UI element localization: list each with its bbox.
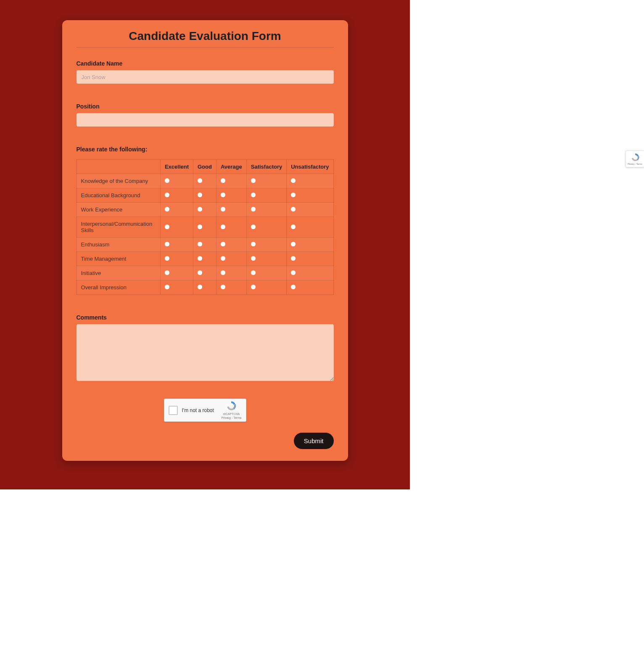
rating-table: Excellent Good Average Satisfactory Unsa… (77, 159, 334, 295)
recaptcha-brand: reCAPTCHA Privacy - Terms (221, 400, 241, 420)
rating-cell (287, 174, 333, 188)
rating-radio[interactable] (198, 256, 202, 261)
rating-col-blank (77, 160, 160, 174)
rating-radio[interactable] (251, 242, 256, 246)
rating-radio[interactable] (291, 256, 296, 261)
rating-radio[interactable] (251, 193, 256, 197)
candidate-name-label: Candidate Name (77, 60, 334, 67)
rating-row: Educational Background (77, 188, 333, 203)
rating-row-label: Initiative (77, 266, 160, 280)
recaptcha-label: I'm not a robot (182, 407, 217, 413)
rating-radio[interactable] (198, 225, 202, 229)
rating-cell (216, 188, 246, 203)
rating-radio[interactable] (198, 178, 202, 183)
rating-radio[interactable] (221, 256, 225, 261)
rating-cell (246, 174, 286, 188)
rating-radio[interactable] (291, 270, 296, 275)
rating-radio[interactable] (221, 178, 225, 183)
rating-radio[interactable] (291, 207, 296, 211)
rating-cell (193, 238, 216, 252)
rating-radio[interactable] (198, 285, 202, 289)
rating-radio[interactable] (221, 285, 225, 289)
rating-cell (216, 252, 246, 266)
rating-cell (216, 203, 246, 217)
rating-row: Interpersonal/Communication Skills (77, 217, 333, 238)
rating-cell (287, 252, 333, 266)
rating-radio[interactable] (251, 207, 256, 211)
rating-row: Work Experience (77, 203, 333, 217)
recaptcha-icon (631, 153, 640, 162)
rating-radio[interactable] (165, 178, 169, 183)
rating-radio[interactable] (251, 256, 256, 261)
rating-cell (160, 252, 193, 266)
comments-label: Comments (77, 314, 334, 321)
rating-cell (246, 252, 286, 266)
recaptcha-badge-links: Privacy - Terms (628, 163, 642, 165)
rating-cell (287, 280, 333, 295)
position-input[interactable] (77, 113, 334, 127)
rating-radio[interactable] (291, 178, 296, 183)
rating-cell (216, 217, 246, 238)
rating-radio[interactable] (165, 270, 169, 275)
rating-radio[interactable] (221, 225, 225, 229)
rating-col-unsatisfactory: Unsatisfactory (287, 160, 333, 174)
rating-row: Overall Impression (77, 280, 333, 295)
rating-radio[interactable] (198, 270, 202, 275)
candidate-name-input[interactable] (77, 70, 334, 84)
rating-radio[interactable] (221, 242, 225, 246)
rating-cell (193, 280, 216, 295)
rating-row: Time Management (77, 252, 333, 266)
rating-cell (246, 266, 286, 280)
rating-cell (193, 252, 216, 266)
rating-row-label: Enthusiasm (77, 238, 160, 252)
rating-radio[interactable] (251, 285, 256, 289)
comments-textarea[interactable] (77, 324, 334, 381)
rating-radio[interactable] (221, 193, 225, 197)
position-label: Position (77, 103, 334, 110)
rating-cell (193, 217, 216, 238)
rating-radio[interactable] (165, 207, 169, 211)
rating-radio[interactable] (221, 270, 225, 275)
rating-radio[interactable] (251, 178, 256, 183)
rating-radio[interactable] (291, 193, 296, 197)
submit-button[interactable]: Submit (294, 433, 334, 449)
rating-cell (160, 203, 193, 217)
rating-cell (246, 217, 286, 238)
rating-cell (216, 280, 246, 295)
rating-radio[interactable] (198, 207, 202, 211)
rating-radio[interactable] (165, 285, 169, 289)
rating-col-excellent: Excellent (160, 160, 193, 174)
rating-section-label: Please rate the following: (77, 146, 334, 153)
recaptcha-links: Privacy - Terms (221, 416, 241, 420)
rating-row-label: Interpersonal/Communication Skills (77, 217, 160, 238)
rating-radio[interactable] (251, 270, 256, 275)
rating-radio[interactable] (165, 193, 169, 197)
recaptcha-brand-name: reCAPTCHA (223, 412, 240, 416)
position-field-block: Position (77, 103, 334, 127)
rating-radio[interactable] (291, 285, 296, 289)
rating-row-label: Time Management (77, 252, 160, 266)
rating-radio[interactable] (198, 193, 202, 197)
rating-cell (160, 266, 193, 280)
rating-cell (193, 188, 216, 203)
rating-radio[interactable] (198, 242, 202, 246)
rating-radio[interactable] (165, 225, 169, 229)
rating-radio[interactable] (165, 256, 169, 261)
rating-row-label: Overall Impression (77, 280, 160, 295)
recaptcha-widget[interactable]: I'm not a robot reCAPTCHA Privacy - Term… (164, 399, 246, 422)
recaptcha-floating-badge[interactable]: Privacy - Terms (626, 151, 644, 167)
rating-cell (287, 217, 333, 238)
rating-radio[interactable] (221, 207, 225, 211)
rating-cell (193, 266, 216, 280)
rating-cell (160, 217, 193, 238)
rating-radio[interactable] (291, 242, 296, 246)
recaptcha-checkbox[interactable] (169, 406, 178, 415)
rating-radio[interactable] (291, 225, 296, 229)
rating-radio[interactable] (165, 242, 169, 246)
rating-row: Enthusiasm (77, 238, 333, 252)
recaptcha-icon (226, 400, 237, 412)
rating-row: Knowledge of the Company (77, 174, 333, 188)
form-title: Candidate Evaluation Form (77, 29, 334, 48)
rating-cell (246, 238, 286, 252)
rating-radio[interactable] (251, 225, 256, 229)
